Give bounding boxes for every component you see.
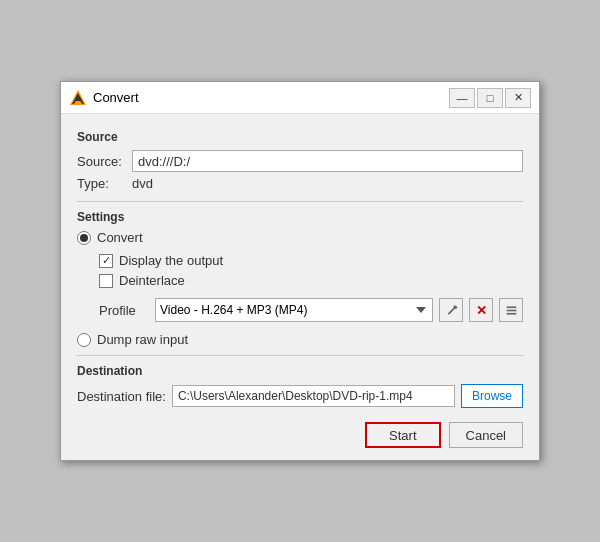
profile-select[interactable]: Video - H.264 + MP3 (MP4) Video - H.265 … xyxy=(155,298,433,322)
convert-radio[interactable] xyxy=(77,231,91,245)
profile-row: Profile Video - H.264 + MP3 (MP4) Video … xyxy=(99,298,523,322)
dest-file-label: Destination file: xyxy=(77,389,166,404)
dump-raw-label: Dump raw input xyxy=(97,332,188,347)
vlc-icon xyxy=(69,89,87,107)
profile-info-button[interactable] xyxy=(499,298,523,322)
settings-section: Settings Convert Display the output Dein… xyxy=(77,210,523,347)
list-icon xyxy=(505,304,518,317)
source-row: Source: xyxy=(77,150,523,172)
convert-radio-label: Convert xyxy=(97,230,143,245)
checkbox-group: Display the output Deinterlace xyxy=(99,253,523,288)
svg-rect-3 xyxy=(74,103,82,105)
settings-section-label: Settings xyxy=(77,210,523,224)
source-section-label: Source xyxy=(77,130,523,144)
svg-rect-6 xyxy=(506,312,516,314)
destination-section: Destination Destination file: Browse xyxy=(77,364,523,408)
dump-raw-radio[interactable] xyxy=(77,333,91,347)
title-bar-left: Convert xyxy=(69,89,139,107)
profile-label: Profile xyxy=(99,303,149,318)
minimize-button[interactable]: — xyxy=(449,88,475,108)
source-field-label: Source: xyxy=(77,154,132,169)
maximize-button[interactable]: □ xyxy=(477,88,503,108)
start-button[interactable]: Start xyxy=(365,422,440,448)
window-title: Convert xyxy=(93,90,139,105)
convert-radio-row: Convert xyxy=(77,230,523,245)
delete-profile-button[interactable]: ✕ xyxy=(469,298,493,322)
source-section: Source Source: Type: dvd xyxy=(77,130,523,191)
type-value: dvd xyxy=(132,176,153,191)
type-label: Type: xyxy=(77,176,132,191)
cancel-button[interactable]: Cancel xyxy=(449,422,523,448)
title-bar: Convert — □ ✕ xyxy=(61,82,539,114)
edit-profile-button[interactable] xyxy=(439,298,463,322)
browse-button[interactable]: Browse xyxy=(461,384,523,408)
red-x-icon: ✕ xyxy=(476,303,487,318)
destination-file-input[interactable] xyxy=(172,385,455,407)
svg-rect-2 xyxy=(75,101,81,103)
destination-section-label: Destination xyxy=(77,364,523,378)
divider-2 xyxy=(77,355,523,356)
wrench-icon xyxy=(445,304,458,317)
destination-row: Destination file: Browse xyxy=(77,384,523,408)
type-row: Type: dvd xyxy=(77,176,523,191)
divider-1 xyxy=(77,201,523,202)
deinterlace-row: Deinterlace xyxy=(99,273,523,288)
title-controls: — □ ✕ xyxy=(449,88,531,108)
window-content: Source Source: Type: dvd Settings Conver… xyxy=(61,114,539,460)
action-buttons: Start Cancel xyxy=(77,422,523,448)
deinterlace-label: Deinterlace xyxy=(119,273,185,288)
convert-window: Convert — □ ✕ Source Source: Type: dvd S… xyxy=(60,81,540,461)
dump-raw-row: Dump raw input xyxy=(77,332,523,347)
deinterlace-checkbox[interactable] xyxy=(99,274,113,288)
close-button[interactable]: ✕ xyxy=(505,88,531,108)
svg-rect-5 xyxy=(506,309,516,311)
svg-rect-4 xyxy=(506,306,516,308)
source-input[interactable] xyxy=(132,150,523,172)
display-output-row: Display the output xyxy=(99,253,523,268)
display-output-label: Display the output xyxy=(119,253,223,268)
display-output-checkbox[interactable] xyxy=(99,254,113,268)
